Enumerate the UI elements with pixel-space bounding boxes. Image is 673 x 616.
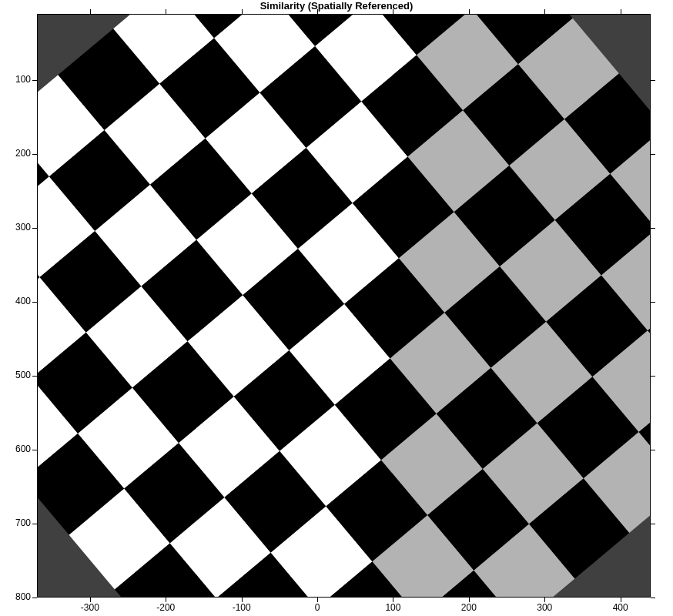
x-tick [317, 9, 318, 14]
chart-title: Similarity (Spatially Referenced) [0, 0, 673, 12]
y-tick-label: 400 [2, 296, 31, 306]
x-tick-label: 100 [377, 602, 408, 613]
y-tick [651, 302, 655, 303]
x-tick [90, 9, 91, 14]
y-tick-label: 200 [2, 148, 31, 159]
y-tick [651, 524, 655, 524]
y-tick-label: 100 [2, 74, 31, 85]
y-tick-label: 300 [2, 222, 31, 233]
x-tick-label: 300 [529, 602, 560, 613]
x-tick [469, 9, 470, 14]
y-tick [651, 376, 655, 377]
y-tick-label: 500 [2, 370, 31, 380]
y-tick-label: 600 [2, 444, 31, 454]
x-tick-label: 400 [605, 602, 636, 613]
x-tick [621, 9, 621, 14]
y-tick [651, 80, 655, 81]
y-tick [651, 598, 655, 598]
x-tick-label: -300 [75, 602, 105, 613]
y-tick [651, 154, 655, 155]
x-tick [544, 9, 545, 14]
x-tick [242, 9, 243, 14]
y-tick [32, 524, 37, 524]
y-tick-label: 700 [2, 517, 31, 528]
axes-area[interactable] [37, 14, 651, 598]
y-tick [32, 80, 37, 81]
x-tick-label: -100 [226, 602, 257, 613]
y-tick [32, 154, 37, 155]
x-tick-label: 200 [454, 602, 484, 613]
y-tick [32, 228, 37, 229]
y-tick [32, 302, 37, 303]
y-tick [32, 598, 37, 598]
y-tick [651, 228, 655, 229]
x-tick [166, 9, 166, 14]
x-tick-label: 0 [302, 602, 333, 613]
figure: Similarity (Spatially Referenced) -300-2… [0, 0, 673, 616]
y-tick [32, 450, 37, 450]
x-tick [393, 9, 393, 14]
y-tick [651, 450, 655, 450]
y-tick [32, 376, 37, 377]
checker-image [37, 14, 651, 598]
y-tick-label: 800 [2, 591, 31, 602]
x-tick-label: -200 [150, 602, 181, 613]
